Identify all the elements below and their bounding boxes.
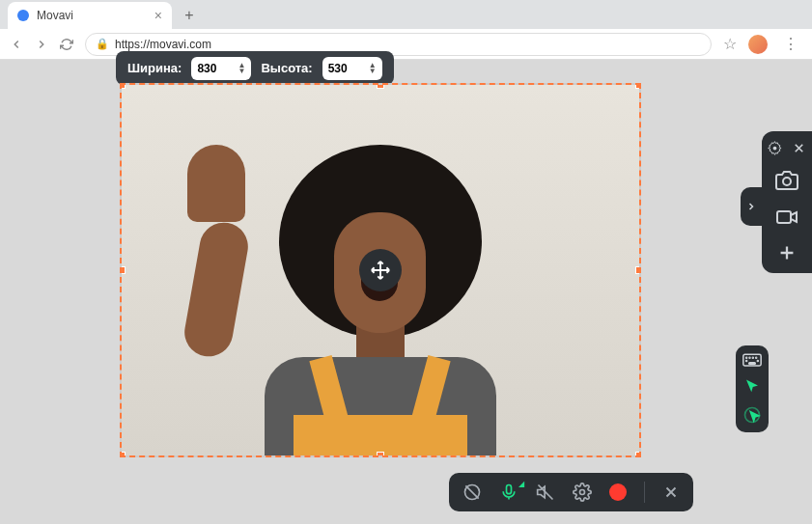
close-toolbar-icon[interactable] — [662, 483, 680, 501]
profile-avatar[interactable] — [748, 35, 768, 54]
lock-icon: 🔒 — [96, 38, 109, 50]
width-label: Ширина: — [127, 61, 182, 75]
url-text: https://movavi.com — [115, 38, 211, 51]
video-record-tool-icon[interactable] — [775, 206, 798, 229]
browser-tab[interactable]: Movavi × — [8, 2, 172, 29]
toolbar-divider — [644, 482, 645, 503]
resize-handle-bm[interactable] — [377, 452, 384, 457]
bookmark-icon[interactable]: ☆ — [723, 35, 737, 53]
panel-close-icon[interactable] — [792, 141, 806, 155]
click-effect-icon[interactable] — [742, 405, 762, 425]
close-tab-icon[interactable]: × — [154, 8, 162, 23]
tools-panel — [762, 131, 812, 273]
screenshot-tool-icon[interactable] — [775, 169, 798, 192]
add-tool-icon[interactable] — [776, 242, 798, 263]
height-label: Высота: — [261, 61, 312, 75]
mic-active-indicator: ◢ — [518, 480, 524, 488]
svg-point-11 — [746, 361, 747, 362]
new-tab-button[interactable]: + — [180, 6, 199, 25]
collapse-panel-button[interactable] — [741, 187, 762, 226]
resize-handle-br[interactable] — [635, 452, 641, 457]
reload-button[interactable] — [60, 38, 73, 51]
svg-point-12 — [757, 361, 758, 362]
height-input[interactable]: 530 ▲▼ — [322, 57, 382, 80]
svg-rect-1 — [507, 485, 512, 494]
svg-point-4 — [783, 178, 791, 185]
resize-handle-tr[interactable] — [635, 83, 641, 89]
cursor-highlight-icon[interactable] — [743, 378, 761, 396]
svg-point-10 — [756, 357, 757, 358]
resize-handle-mr[interactable] — [635, 266, 641, 274]
capture-region[interactable] — [120, 83, 641, 457]
resize-handle-tl[interactable] — [120, 83, 126, 89]
svg-point-9 — [752, 357, 753, 358]
back-button[interactable] — [10, 38, 23, 51]
settings-icon[interactable] — [573, 483, 592, 502]
width-input[interactable]: 830 ▲▼ — [191, 57, 251, 80]
effects-panel — [736, 345, 769, 432]
width-value: 830 — [197, 62, 216, 75]
recording-toolbar: ◢ — [449, 473, 693, 511]
forward-button[interactable] — [35, 38, 48, 51]
dimensions-toolbar[interactable]: Ширина: 830 ▲▼ Высота: 530 ▲▼ — [116, 51, 394, 85]
resize-handle-bl[interactable] — [120, 452, 126, 457]
resize-handle-tm[interactable] — [377, 83, 384, 89]
keyboard-overlay-icon[interactable] — [742, 353, 762, 369]
svg-point-3 — [773, 147, 777, 151]
browser-menu-icon[interactable]: ⋮ — [779, 35, 802, 53]
favicon-icon — [17, 10, 29, 21]
height-stepper[interactable]: ▲▼ — [369, 63, 377, 74]
microphone-toggle-icon[interactable]: ◢ — [499, 483, 518, 502]
record-button[interactable] — [609, 483, 627, 501]
browser-tab-bar: Movavi × + — [0, 0, 812, 29]
resize-handle-ml[interactable] — [120, 266, 126, 274]
tab-title: Movavi — [37, 9, 73, 22]
panel-settings-icon[interactable] — [768, 141, 782, 155]
height-value: 530 — [328, 62, 348, 75]
webcam-toggle-icon[interactable] — [462, 483, 482, 502]
svg-rect-13 — [749, 363, 756, 365]
svg-rect-5 — [777, 211, 791, 223]
move-handle[interactable] — [359, 249, 402, 291]
svg-point-7 — [746, 357, 747, 358]
width-stepper[interactable]: ▲▼ — [238, 63, 245, 74]
svg-point-8 — [749, 357, 750, 358]
svg-point-2 — [580, 490, 585, 495]
system-audio-toggle-icon[interactable] — [536, 483, 555, 502]
